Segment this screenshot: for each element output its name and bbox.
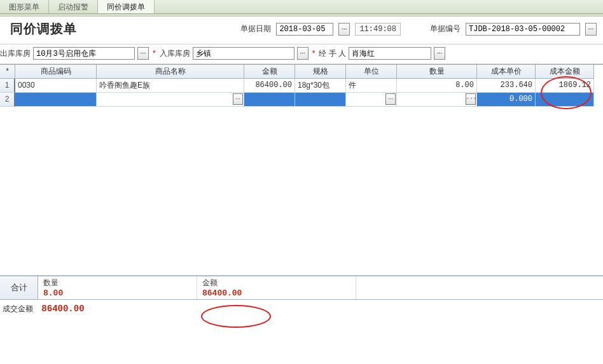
cell-cost-amount[interactable] [536, 93, 594, 107]
cell-cost-amount[interactable]: 1869.12 [536, 79, 594, 93]
cell-qty[interactable]: 8.00 [397, 79, 477, 93]
date-label: 单据日期 [240, 24, 271, 34]
docno-label: 单据编号 [430, 24, 461, 34]
cell-cost-price[interactable]: 0.000 [477, 93, 536, 107]
cell-spec[interactable] [295, 93, 346, 107]
cell-unit-picker[interactable]: ··· [385, 93, 396, 105]
totals-qty-label: 数量 [43, 278, 191, 288]
totals-row: 合计 数量 8.00 金额 86400.00 [0, 276, 603, 300]
row-number: 1 [0, 79, 15, 93]
date-input[interactable] [276, 23, 333, 36]
out-warehouse-label: 出库库房 [0, 48, 31, 59]
tab-alarm[interactable]: 启动报警 [49, 0, 98, 13]
totals-qty-value: 8.00 [43, 288, 191, 298]
col-amount[interactable]: 金额 [244, 65, 295, 79]
totals-label: 合计 [0, 276, 38, 299]
cell-unit-editing[interactable]: ··· [346, 93, 397, 107]
required-star: * [153, 49, 156, 58]
docno-input[interactable] [466, 23, 580, 36]
deal-label: 成交金额 [3, 304, 33, 313]
cell-code[interactable]: 0030 [15, 79, 97, 93]
in-warehouse-label: 入库库房 [160, 48, 190, 59]
col-rownum: * [0, 65, 15, 79]
grid-body: 1 0030 吟香阁鱼趣E族 86400.00 18g*30包 件 8.00 2… [0, 79, 603, 276]
totals-amount-value: 86400.00 [202, 288, 350, 298]
tab-graphic-menu[interactable]: 图形菜单 [0, 0, 49, 13]
tab-bar: 图形菜单 启动报警 同价调拨单 [0, 0, 603, 14]
cell-unit[interactable]: 件 [346, 79, 397, 93]
data-grid: * 商品编码 商品名称 金额 规格 单位 数量 成本单价 成本金额 1 0030… [0, 64, 603, 276]
col-name[interactable]: 商品名称 [97, 65, 244, 79]
cell-amount[interactable]: 86400.00 [244, 79, 295, 93]
cell-spec[interactable]: 18g*30包 [295, 79, 346, 93]
row-number: 2 [0, 93, 15, 107]
deal-value: 86400.00 [41, 304, 84, 314]
out-warehouse-picker[interactable]: ··· [137, 47, 149, 60]
table-row[interactable]: 1 0030 吟香阁鱼趣E族 86400.00 18g*30包 件 8.00 2… [0, 79, 603, 93]
totals-amount-label: 金额 [202, 278, 350, 288]
table-row[interactable]: 2 ··· ··· ··· 0.000 [0, 93, 603, 107]
page-title: 同价调拨单 [10, 20, 77, 37]
in-warehouse-input[interactable] [193, 47, 295, 60]
header-row: 同价调拨单 单据日期 ··· 11:49:08 单据编号 ··· [0, 17, 603, 44]
date-picker-button[interactable]: ··· [338, 23, 350, 36]
in-warehouse-picker[interactable]: ··· [297, 47, 308, 60]
cell-cost-price[interactable]: 233.640 [477, 79, 536, 93]
col-spec[interactable]: 规格 [295, 65, 346, 79]
tab-transfer[interactable]: 同价调拨单 [98, 0, 155, 13]
totals-amount-block: 金额 86400.00 [197, 276, 356, 299]
required-star-2: * [312, 49, 315, 58]
col-cost-price[interactable]: 成本单价 [477, 65, 536, 79]
col-qty[interactable]: 数量 [397, 65, 477, 79]
col-unit[interactable]: 单位 [346, 65, 397, 79]
cell-code[interactable] [15, 93, 97, 107]
handler-picker[interactable]: ··· [434, 47, 445, 60]
filter-row: 出库库房 ··· * 入库库房 ··· * 经 手 人 ··· [0, 44, 603, 64]
out-warehouse-input[interactable] [33, 47, 135, 60]
cell-name[interactable]: 吟香阁鱼趣E族 [97, 79, 244, 93]
grid-header: * 商品编码 商品名称 金额 规格 单位 数量 成本单价 成本金额 [0, 65, 603, 79]
time-display: 11:49:08 [355, 23, 401, 36]
cell-name-picker[interactable]: ··· [233, 93, 243, 105]
col-code[interactable]: 商品编码 [15, 65, 97, 79]
cell-qty-editing[interactable]: ··· [397, 93, 477, 107]
handler-input[interactable] [349, 47, 431, 60]
cell-amount[interactable] [244, 93, 295, 107]
cell-qty-picker[interactable]: ··· [466, 93, 476, 105]
col-cost-amount[interactable]: 成本金额 [536, 65, 594, 79]
handler-label: 经 手 人 [319, 48, 346, 59]
docno-picker-button[interactable]: ··· [585, 23, 597, 36]
totals-qty-block: 数量 8.00 [38, 276, 197, 299]
deal-row: 成交金额 86400.00 [0, 300, 603, 316]
cell-name-editing[interactable]: ··· [97, 93, 244, 107]
